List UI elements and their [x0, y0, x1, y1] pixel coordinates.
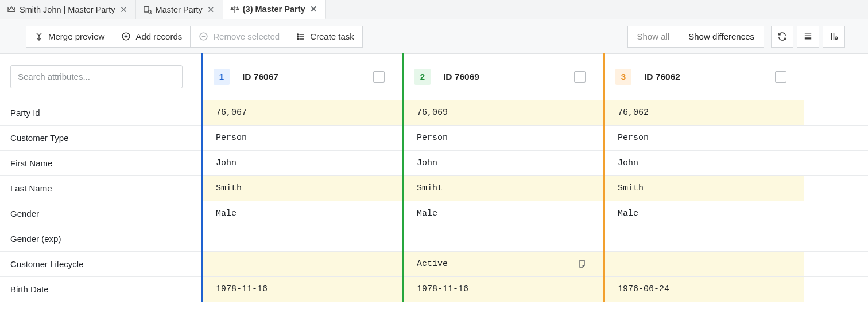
svg-point-6: [297, 38, 299, 40]
record-select-checkbox[interactable]: [574, 71, 586, 83]
refresh-icon: [777, 32, 787, 41]
record-value-cell: 76,062: [603, 100, 804, 125]
attribute-name-cell: First Name: [0, 150, 201, 175]
table-row: First NameJohnJohnJohn: [0, 150, 868, 175]
attribute-name-cell: Customer Type: [0, 125, 201, 150]
record-value-cell: Male: [402, 201, 603, 226]
record-value-cell: [603, 251, 804, 276]
tab-label: (3) Master Party: [243, 5, 305, 14]
attribute-column-header: [0, 54, 201, 100]
cell-value: Active: [417, 259, 448, 269]
grid-filler: [804, 125, 868, 150]
record-value-cell: 1978-11-16: [402, 276, 603, 302]
record-value-cell: Male: [201, 201, 402, 226]
merge-icon: [34, 32, 44, 41]
attribute-name-cell: Last Name: [0, 175, 201, 201]
record-value-cell: 1978-11-16: [201, 276, 402, 302]
attribute-name-cell: Gender: [0, 201, 201, 226]
tab-label: Master Party: [156, 5, 203, 14]
close-icon[interactable]: ✕: [119, 5, 129, 14]
record-select-checkbox[interactable]: [775, 71, 786, 83]
record-value-cell: Smiht: [402, 175, 603, 201]
record-value-cell: Smith: [603, 175, 804, 201]
record-id-label: ID 76067: [242, 72, 278, 82]
close-icon[interactable]: ✕: [206, 5, 216, 14]
grid-filler: [804, 150, 868, 175]
attribute-name-cell: Gender (exp): [0, 226, 201, 251]
remove-selected-button: Remove selected: [191, 26, 288, 48]
record-index-badge: 2: [414, 69, 431, 85]
record-value-cell: John: [402, 150, 603, 175]
record-value-cell: Smith: [201, 175, 402, 201]
record-value-cell: 76,067: [201, 100, 402, 125]
svg-point-4: [297, 34, 299, 35]
record-value-cell: 1976-06-24: [603, 276, 804, 302]
toggle-label: Show all: [637, 32, 670, 41]
add-records-button[interactable]: Add records: [113, 26, 191, 48]
tab-compare[interactable]: (3) Master Party ✕: [223, 0, 326, 19]
toggle-label: Show differences: [688, 32, 754, 41]
tabs-bar: Smith John | Master Party ✕ Master Party…: [0, 0, 868, 19]
attribute-name-cell: Customer Lifecycle: [0, 251, 201, 276]
note-icon[interactable]: [578, 259, 587, 268]
comparison-grid: 1 ID 76067 2 ID 76069: [0, 54, 868, 302]
record-index-badge: 3: [615, 69, 631, 85]
merge-preview-button[interactable]: Merge preview: [26, 26, 113, 48]
column-settings-button[interactable]: [823, 26, 845, 48]
plus-circle-icon: [121, 32, 131, 41]
record-id-label: ID 76069: [443, 72, 479, 82]
button-label: Merge preview: [48, 32, 104, 41]
tab-master-record[interactable]: Smith John | Master Party ✕: [0, 0, 136, 19]
record-value-cell: Male: [603, 201, 804, 226]
grid-filler: [804, 201, 868, 226]
toolbar-icon-buttons: [771, 26, 845, 48]
toolbar: Merge preview Add records Remove selecte…: [0, 19, 868, 54]
diff-toggle: Show all Show differences: [627, 26, 765, 48]
button-label: Add records: [135, 32, 182, 41]
table-row: Gender (exp): [0, 226, 868, 251]
create-task-button[interactable]: Create task: [288, 26, 363, 48]
record-value-cell: [402, 226, 603, 251]
density-button[interactable]: [797, 26, 819, 48]
close-icon[interactable]: ✕: [309, 5, 319, 14]
svg-point-5: [297, 36, 299, 37]
grid-filler: [804, 54, 868, 100]
grid-filler: [804, 251, 868, 276]
button-label: Remove selected: [213, 32, 280, 41]
attribute-name-cell: Party Id: [0, 100, 201, 125]
grid-filler: [804, 175, 868, 201]
record-select-checkbox[interactable]: [373, 71, 385, 83]
refresh-button[interactable]: [771, 26, 793, 48]
record-value-cell: [201, 226, 402, 251]
button-label: Create task: [310, 32, 354, 41]
record-column-header: 3 ID 76062: [603, 54, 804, 100]
columns-gear-icon: [829, 32, 839, 41]
toolbar-right: Show all Show differences: [627, 26, 846, 48]
attribute-name-cell: Birth Date: [0, 276, 201, 302]
record-value-cell: [201, 251, 402, 276]
rows-icon: [803, 32, 813, 41]
grid-header-row: 1 ID 76067 2 ID 76069: [0, 54, 868, 100]
svg-point-7: [835, 37, 838, 39]
tab-label: Smith John | Master Party: [20, 5, 115, 14]
record-value-cell: John: [603, 150, 804, 175]
record-value-cell: [603, 226, 804, 251]
record-value-cell: Person: [603, 125, 804, 150]
grid-filler: [804, 100, 868, 125]
show-differences-toggle[interactable]: Show differences: [679, 26, 764, 48]
search-attributes-input[interactable]: [10, 65, 183, 88]
list-icon: [296, 32, 305, 41]
record-value-cell: Active: [402, 251, 603, 276]
record-index-badge: 1: [214, 69, 230, 85]
table-row: Party Id76,06776,06976,062: [0, 100, 868, 125]
show-all-toggle[interactable]: Show all: [627, 26, 680, 48]
scale-icon: [230, 5, 239, 14]
search-list-icon: [143, 5, 152, 14]
table-row: Customer TypePersonPersonPerson: [0, 125, 868, 150]
grid-filler: [804, 226, 868, 251]
tab-search[interactable]: Master Party ✕: [136, 0, 223, 19]
crown-icon: [7, 5, 16, 14]
minus-circle-icon: [199, 32, 208, 41]
record-value-cell: 76,069: [402, 100, 603, 125]
toolbar-left: Merge preview Add records Remove selecte…: [26, 26, 363, 48]
